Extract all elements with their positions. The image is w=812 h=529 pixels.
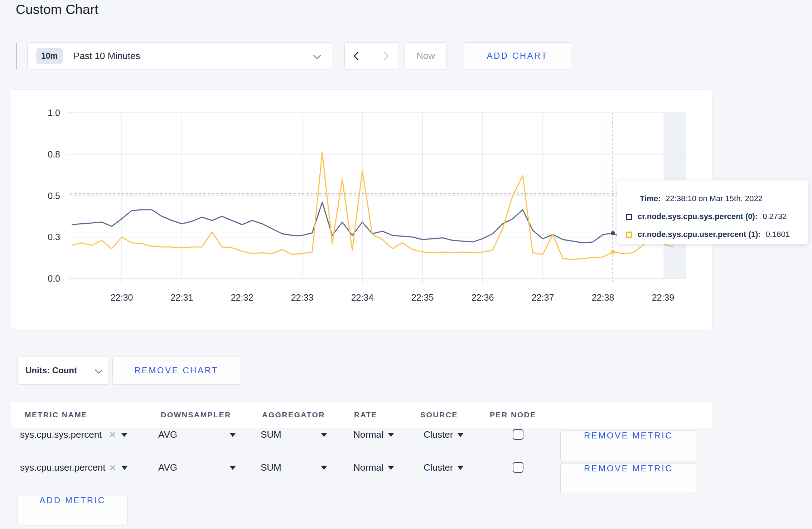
tooltip-time-label: Time: xyxy=(640,194,661,203)
dropdown-caret-icon xyxy=(457,433,464,437)
chevron-left-icon xyxy=(353,52,362,60)
tooltip-series-value: 0.2732 xyxy=(763,212,787,221)
units-label: Units: Count xyxy=(25,365,77,375)
prev-time-button[interactable] xyxy=(345,43,371,69)
clear-metric-icon[interactable]: ✕ xyxy=(109,463,116,473)
series-swatch-icon xyxy=(626,232,632,238)
remove-chart-button[interactable]: REMOVE CHART xyxy=(112,356,240,385)
time-range-badge: 10m xyxy=(36,48,63,64)
rate-value: Normal xyxy=(353,429,383,440)
time-step-buttons xyxy=(344,42,398,69)
chart-card xyxy=(11,89,712,329)
source-value: Cluster xyxy=(424,462,453,473)
add-chart-button[interactable]: ADD CHART xyxy=(464,42,571,69)
dropdown-caret-icon xyxy=(457,466,464,470)
downsampler-value: AVG xyxy=(158,462,177,473)
source-select[interactable]: Cluster xyxy=(424,462,464,473)
clear-metric-icon[interactable]: ✕ xyxy=(109,430,116,440)
series-swatch-icon xyxy=(626,214,632,220)
page-title: Custom Chart xyxy=(16,2,98,17)
column-header: SOURCE xyxy=(420,411,458,419)
add-metric-button[interactable]: ADD METRIC xyxy=(17,495,128,525)
chevron-down-icon xyxy=(313,51,321,59)
per-node-cell xyxy=(513,462,523,473)
dropdown-caret-icon xyxy=(121,433,127,437)
source-select[interactable]: Cluster xyxy=(424,429,464,440)
column-header: PER NODE xyxy=(490,411,536,419)
remove-metric-button[interactable]: REMOVE METRIC xyxy=(560,430,696,461)
time-range-selector[interactable]: 10m Past 10 Minutes xyxy=(27,42,332,69)
metric-name: sys.cpu.user.percent xyxy=(20,462,105,473)
dropdown-caret-icon xyxy=(121,466,128,470)
tooltip-series-label: cr.node.sys.cpu.sys.percent (0): xyxy=(638,212,758,221)
per-node-checkbox[interactable] xyxy=(513,462,523,473)
metric-table-row: sys.cpu.sys.percent ✕ AVG SUM Normal Clu… xyxy=(0,429,812,462)
remove-metric-button[interactable]: REMOVE METRIC xyxy=(560,463,696,494)
column-header: RATE xyxy=(354,411,378,419)
chart-hover-tooltip: Time: 22:38:10 on Mar 15th, 2022 cr.node… xyxy=(617,180,808,244)
column-header: METRIC NAME xyxy=(25,411,88,419)
source-value: Cluster xyxy=(424,429,453,440)
downsampler-value: AVG xyxy=(158,429,177,440)
units-selector[interactable]: Units: Count xyxy=(17,356,109,385)
aggregator-value: SUM xyxy=(261,462,281,473)
tooltip-series-value: 0.1601 xyxy=(766,230,790,239)
aggregator-select[interactable]: SUM xyxy=(261,462,327,473)
metric-name: sys.cpu.sys.percent xyxy=(20,429,105,440)
per-node-checkbox[interactable] xyxy=(513,429,523,440)
dropdown-caret-icon xyxy=(229,433,236,437)
tooltip-time-value: 22:38:10 on Mar 15th, 2022 xyxy=(666,194,762,203)
per-node-cell xyxy=(513,429,523,440)
time-range-label: Past 10 Minutes xyxy=(73,50,314,62)
dropdown-caret-icon xyxy=(388,466,394,470)
rate-value: Normal xyxy=(353,462,383,473)
metric-name-cell[interactable]: sys.cpu.user.percent ✕ xyxy=(20,462,127,473)
chevron-right-icon xyxy=(380,52,389,60)
tooltip-series-row: cr.node.sys.cpu.sys.percent (0): 0.2732 xyxy=(626,208,801,225)
column-header: AGGREGATOR xyxy=(262,411,325,419)
next-time-button[interactable] xyxy=(371,43,398,69)
rate-select[interactable]: Normal xyxy=(353,462,394,473)
dropdown-caret-icon xyxy=(229,466,236,470)
now-button[interactable]: Now xyxy=(405,42,447,69)
dropdown-caret-icon xyxy=(321,433,327,437)
aggregator-select[interactable]: SUM xyxy=(261,429,327,440)
downsampler-select[interactable]: AVG xyxy=(158,462,236,473)
chevron-down-icon xyxy=(95,366,102,373)
metric-table-row: sys.cpu.user.percent ✕ AVG SUM Normal Cl… xyxy=(0,462,812,495)
column-header: DOWNSAMPLER xyxy=(161,411,231,419)
tooltip-series-label: cr.node.sys.cpu.user.percent (1): xyxy=(638,230,761,239)
dropdown-caret-icon xyxy=(321,466,327,470)
toolbar-divider xyxy=(16,43,17,69)
downsampler-select[interactable]: AVG xyxy=(158,429,236,440)
metric-name-cell[interactable]: sys.cpu.sys.percent ✕ xyxy=(20,429,127,440)
dropdown-caret-icon xyxy=(388,433,394,437)
tooltip-series-row: cr.node.sys.cpu.user.percent (1): 0.1601 xyxy=(626,225,801,243)
rate-select[interactable]: Normal xyxy=(353,429,394,440)
aggregator-value: SUM xyxy=(261,429,281,440)
